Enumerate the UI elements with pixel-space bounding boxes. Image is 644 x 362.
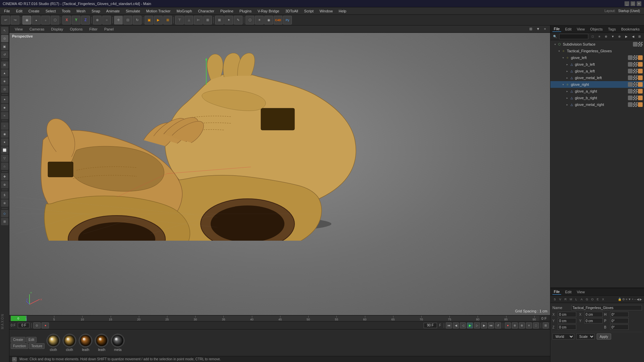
menu-animate[interactable]: Animate (104, 8, 122, 14)
obj-mgr-btn-6[interactable]: ▶ (623, 34, 629, 40)
timeline-button[interactable]: □ (533, 322, 539, 328)
tree-row-glove-metal-left[interactable]: ▸ △ glove_metal_left (550, 74, 644, 81)
loop-select-button[interactable]: ↺ (1, 51, 8, 58)
obj-mgr-tab-view[interactable]: View (576, 26, 586, 32)
play-button[interactable]: ▶ (467, 322, 473, 328)
attr-world-select[interactable]: World Object (552, 334, 574, 340)
scripting-button[interactable]: ◇ (1, 210, 8, 217)
material-cloth-2[interactable]: cloth (63, 334, 76, 352)
attr-letter-g[interactable]: G (585, 297, 589, 302)
panel-tab[interactable]: Panel (102, 26, 116, 32)
material-leather-1[interactable]: leath (79, 334, 92, 352)
attr-y-pos-input[interactable] (558, 318, 576, 323)
menu-pipeline[interactable]: Pipeline (218, 8, 236, 14)
sculpt-knife-button[interactable]: ⌂ (1, 163, 8, 170)
render-all-button[interactable]: ⊞ (163, 16, 172, 24)
attr-name-field[interactable] (571, 305, 642, 310)
key-mode-button[interactable]: ⊙ (33, 322, 41, 328)
obj-mgr-tab-objects[interactable]: Objects (589, 26, 604, 32)
record-mode-button[interactable]: ⊗ (512, 322, 518, 328)
expand-arrow-glove-metal-right[interactable]: ▸ (565, 103, 569, 107)
viewport-3d[interactable]: Perspective (9, 33, 550, 315)
x-axis-button[interactable]: X (62, 16, 71, 24)
vp-expand-icon[interactable]: ⊞ (528, 26, 534, 32)
sculpt-chisel-button[interactable]: ▽ (1, 155, 8, 162)
persp-view-button[interactable]: ⊞ (203, 16, 212, 24)
cinema4d-logo-button[interactable]: C4D (274, 16, 282, 24)
render-region-button[interactable]: ▣ (145, 16, 153, 24)
top-view-button[interactable]: ⊤ (175, 16, 184, 24)
attr-lock-icon[interactable]: 🔒 (618, 298, 622, 301)
attr-x-pos-input[interactable] (558, 312, 576, 317)
tree-row-tactical-gloves[interactable]: ▾ ○ Tactical_Fingerless_Gloves (550, 48, 644, 54)
obj-mgr-tab-bookmarks[interactable]: Bookmarks (620, 26, 641, 32)
mat-edit-button[interactable]: Edit (26, 337, 37, 343)
tree-row-glove-a-right[interactable]: ▸ △ glove_a_right (550, 88, 644, 95)
material-leather-2[interactable]: leath (95, 334, 108, 352)
obj-mgr-btn-2[interactable]: ≡ (596, 34, 602, 40)
viewport-shadow-button[interactable]: ☀ (255, 16, 264, 24)
menu-character[interactable]: Character (195, 8, 217, 14)
viewport-ambient-button[interactable]: ◉ (264, 16, 273, 24)
bone-tool-button[interactable]: ⊕ (1, 181, 8, 188)
tree-row-subdivision-surface[interactable]: ▾ ⬡ Subdivision Surface (550, 41, 644, 48)
edge-mode-button[interactable]: ⬦ (41, 16, 50, 24)
tree-row-glove-right[interactable]: ▾ ○ glove_right (550, 81, 644, 88)
current-frame-input[interactable] (18, 323, 30, 328)
viewport-shading-button[interactable]: ⬡ (246, 16, 254, 24)
maximize-button[interactable]: □ (631, 1, 635, 6)
polygon-mode-button[interactable]: ⬡ (51, 16, 59, 24)
display-tab[interactable]: Display (48, 26, 66, 32)
live-select-button[interactable]: ⊙ (1, 35, 8, 42)
world-space-button[interactable]: ⊕ (93, 16, 102, 24)
expand-arrow-glove-metal-left[interactable]: ▸ (565, 76, 569, 80)
sculpt-pinch-button[interactable]: ◉ (1, 130, 8, 138)
close-button[interactable]: × (637, 1, 641, 6)
loop-button[interactable]: ↺ (495, 322, 501, 328)
vp-config-icon[interactable]: ▼ (535, 26, 541, 32)
obj-mgr-tab-file[interactable]: File (552, 26, 561, 32)
attr-settings-icon[interactable]: ⚙ (622, 298, 625, 301)
move-tool-button[interactable]: ✛ (114, 16, 123, 24)
options-tab[interactable]: Options (67, 26, 85, 32)
attr-letter-l[interactable]: L (574, 297, 579, 302)
obj-mgr-btn-7[interactable]: ◀ (630, 34, 636, 40)
menu-mograph[interactable]: MoGraph (174, 8, 195, 14)
obj-mgr-search-input[interactable] (559, 34, 588, 39)
menu-vray[interactable]: V-Ray Bridge (255, 8, 282, 14)
mat-function-button[interactable]: Function (11, 343, 28, 349)
object-mode-button[interactable]: ◉ (22, 16, 31, 24)
auto-key-button[interactable]: ● (42, 322, 49, 328)
window-controls[interactable]: _ □ × (625, 1, 641, 6)
attr-letter-s[interactable]: S (552, 297, 557, 302)
object-space-button[interactable]: ○ (102, 16, 111, 24)
scale-tool-button[interactable]: ⊡ (123, 16, 132, 24)
python-button[interactable]: Py (283, 16, 292, 24)
expand-arrow-glove-right[interactable]: ▾ (561, 82, 565, 86)
attr-expand-icon[interactable]: ▼ (628, 298, 631, 301)
joint-tool-button[interactable]: ✚ (1, 173, 8, 180)
tree-row-glove-metal-right[interactable]: ▸ △ glove_metal_right (550, 101, 644, 108)
menu-3dtoall[interactable]: 3DToAll (283, 8, 301, 14)
material-metal[interactable]: meta (111, 334, 124, 352)
attr-nav-next[interactable]: ▶ (640, 298, 642, 301)
attr-letter-x[interactable]: X (601, 297, 605, 302)
front-view-button[interactable]: ⊥ (184, 16, 193, 24)
motion-clip-button[interactable]: ≡ (526, 322, 532, 328)
brush-tool-button[interactable]: ✦ (1, 96, 8, 103)
expand-arrow-glove-a-right[interactable]: ▸ (565, 89, 569, 93)
minimize-button[interactable]: _ (625, 1, 629, 6)
prev-frame-button[interactable]: ◀ (453, 322, 459, 328)
obj-mgr-tab-tags[interactable]: Tags (607, 26, 617, 32)
scene-record-button[interactable]: ⊕ (519, 322, 525, 328)
menu-window[interactable]: Window (317, 8, 335, 14)
attr-x-scale-input[interactable] (584, 312, 603, 317)
view-tab[interactable]: View (12, 26, 25, 32)
tree-row-glove-left[interactable]: ▾ ○ glove_left (550, 54, 644, 61)
rect-select-button[interactable]: ▣ (1, 43, 8, 50)
material-tool-button[interactable]: $ (1, 191, 8, 199)
paint-button[interactable]: ✎ (234, 16, 243, 24)
redo-button[interactable]: ↪ (11, 16, 19, 24)
menu-edit[interactable]: Edit (13, 8, 25, 14)
obj-mgr-tab-edit[interactable]: Edit (564, 26, 573, 32)
